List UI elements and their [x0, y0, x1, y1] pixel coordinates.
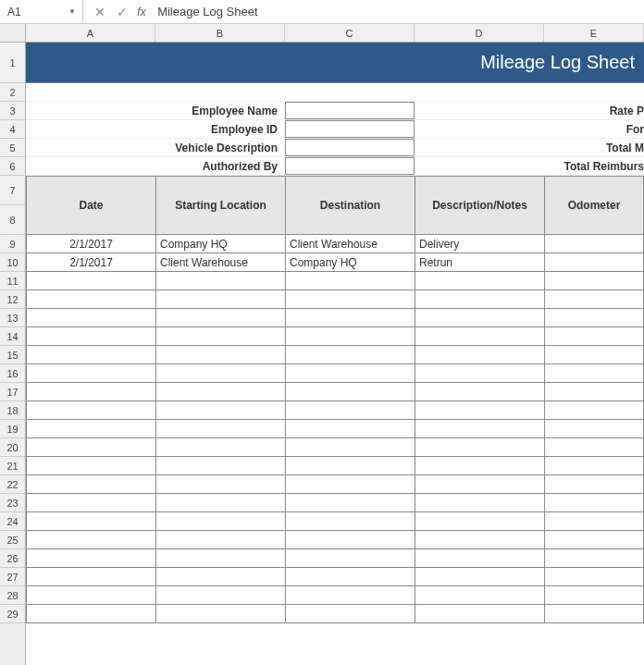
column-header[interactable]: C: [285, 24, 415, 42]
row-header[interactable]: 2: [0, 83, 25, 102]
cell-desc[interactable]: [415, 438, 544, 457]
cell-odo[interactable]: [544, 383, 644, 401]
cell-date[interactable]: [26, 512, 155, 531]
cell-odo[interactable]: [544, 401, 644, 420]
chevron-down-icon[interactable]: ▼: [66, 6, 79, 18]
cell-desc[interactable]: [415, 290, 544, 309]
row-header[interactable]: 12: [0, 290, 25, 309]
row-header[interactable]: 11: [0, 272, 25, 290]
table-row[interactable]: [26, 290, 644, 309]
cell-date[interactable]: 2/1/2017: [26, 253, 155, 272]
row-header[interactable]: 27: [0, 568, 25, 586]
cell-desc[interactable]: [415, 531, 544, 549]
th-description-notes[interactable]: Description/Notes: [415, 176, 544, 235]
cell-start[interactable]: [155, 438, 285, 457]
cell-desc[interactable]: [415, 605, 544, 623]
cell-date[interactable]: [26, 346, 155, 364]
table-row[interactable]: [26, 586, 644, 605]
cell-odo[interactable]: [544, 457, 644, 475]
cell-start[interactable]: [155, 457, 285, 475]
th-odometer[interactable]: Odometer: [544, 176, 644, 235]
grid-body[interactable]: Mileage Log Sheet Employee Name Rate P E…: [26, 43, 644, 623]
cell-date[interactable]: [26, 494, 155, 512]
cell-desc[interactable]: [415, 327, 544, 346]
cell-odo[interactable]: [544, 549, 644, 568]
row-header[interactable]: 6: [0, 157, 25, 176]
cell-dest[interactable]: [285, 494, 415, 512]
row-header[interactable]: 25: [0, 531, 25, 549]
table-row[interactable]: [26, 364, 644, 383]
cell-dest[interactable]: [285, 420, 415, 438]
info-row-authorized[interactable]: Authorized By Total Reimburs: [26, 157, 644, 176]
cell-desc[interactable]: [415, 475, 544, 494]
cell-dest[interactable]: [285, 364, 415, 383]
input-vehicle-description[interactable]: [285, 139, 415, 156]
row-header[interactable]: 29: [0, 605, 25, 623]
input-employee-id[interactable]: [285, 120, 415, 138]
cell-desc[interactable]: [415, 568, 544, 586]
cell-desc[interactable]: [415, 364, 544, 383]
row-header[interactable]: 7: [0, 176, 25, 205]
cell-desc[interactable]: Retrun: [415, 253, 544, 272]
cell-start[interactable]: [155, 290, 285, 309]
cell-dest[interactable]: [285, 475, 415, 494]
cell-dest[interactable]: [285, 383, 415, 401]
cell-date[interactable]: [26, 401, 155, 420]
table-row[interactable]: [26, 475, 644, 494]
cell-odo[interactable]: [544, 568, 644, 586]
cell-odo[interactable]: [544, 438, 644, 457]
row-header[interactable]: 24: [0, 512, 25, 531]
fx-icon[interactable]: fx: [133, 5, 150, 18]
cell-odo[interactable]: [544, 531, 644, 549]
cell-odo[interactable]: [544, 235, 644, 253]
cell-desc[interactable]: [415, 420, 544, 438]
table-row[interactable]: [26, 420, 644, 438]
table-row[interactable]: [26, 512, 644, 531]
cell-odo[interactable]: [544, 309, 644, 327]
table-row[interactable]: [26, 438, 644, 457]
cell-start[interactable]: Company HQ: [155, 235, 285, 253]
cell-dest[interactable]: [285, 457, 415, 475]
cell-dest[interactable]: [285, 272, 415, 290]
cell-desc[interactable]: [415, 383, 544, 401]
cell-odo[interactable]: [544, 420, 644, 438]
th-starting-location[interactable]: Starting Location: [155, 176, 285, 235]
cell-start[interactable]: Client Warehouse: [155, 253, 285, 272]
cell-dest[interactable]: [285, 327, 415, 346]
cell-desc[interactable]: [415, 512, 544, 531]
cell-start[interactable]: [155, 420, 285, 438]
cell-start[interactable]: [155, 549, 285, 568]
row-header[interactable]: 16: [0, 364, 25, 383]
row-header[interactable]: 19: [0, 420, 25, 438]
cell-date[interactable]: [26, 327, 155, 346]
row-header[interactable]: 26: [0, 549, 25, 568]
cell-desc[interactable]: [415, 272, 544, 290]
input-authorized-by[interactable]: [285, 157, 415, 175]
row-header[interactable]: 23: [0, 494, 25, 512]
table-row[interactable]: [26, 309, 644, 327]
cell-start[interactable]: [155, 364, 285, 383]
cell-date[interactable]: [26, 568, 155, 586]
cell-start[interactable]: [155, 494, 285, 512]
cell-date[interactable]: [26, 586, 155, 605]
name-box[interactable]: A1 ▼: [0, 0, 83, 23]
column-header[interactable]: B: [155, 24, 285, 42]
cell-start[interactable]: [155, 309, 285, 327]
info-row-vehicle[interactable]: Vehicle Description Total M: [26, 139, 644, 157]
cell-desc[interactable]: [415, 457, 544, 475]
row-header[interactable]: 3: [0, 102, 25, 120]
cell-odo[interactable]: [544, 327, 644, 346]
cell-date[interactable]: [26, 290, 155, 309]
cell-date[interactable]: [26, 457, 155, 475]
cell-dest[interactable]: [285, 586, 415, 605]
cell-date[interactable]: [26, 438, 155, 457]
row-header[interactable]: 18: [0, 401, 25, 420]
cell-desc[interactable]: [415, 586, 544, 605]
row-header[interactable]: 1: [0, 43, 25, 83]
table-row[interactable]: [26, 401, 644, 420]
cell-dest[interactable]: Client Warehouse: [285, 235, 415, 253]
input-employee-name[interactable]: [285, 102, 415, 119]
check-icon[interactable]: ✓: [111, 0, 133, 23]
row-header[interactable]: 20: [0, 438, 25, 457]
cell-start[interactable]: [155, 401, 285, 420]
